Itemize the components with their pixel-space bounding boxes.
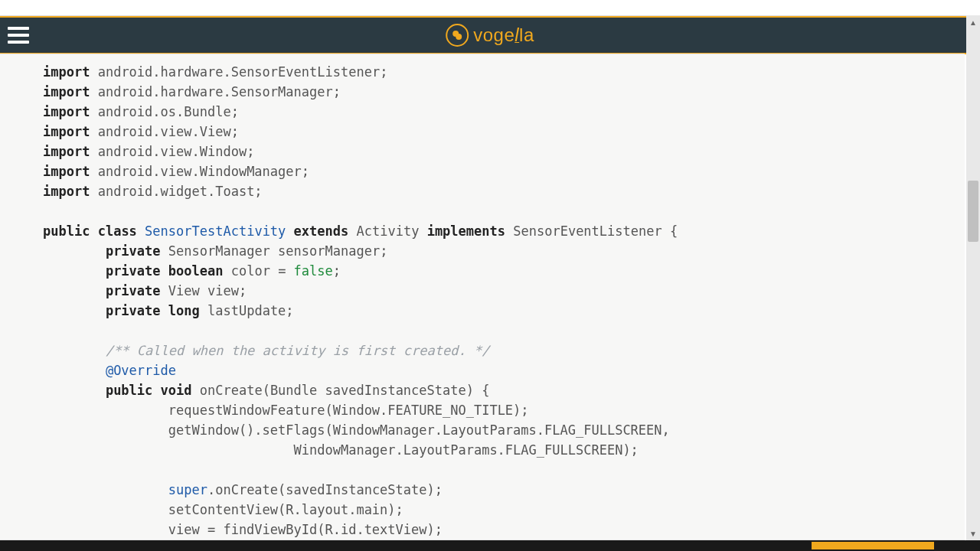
tutorial-content: import android.hardware.SensorEventListe… <box>0 54 965 540</box>
logo-text: vogella <box>473 24 534 46</box>
scroll-down-arrow-icon[interactable]: ▼ <box>966 527 980 540</box>
site-logo[interactable]: vogella <box>446 24 534 47</box>
logo-mark-icon <box>446 24 469 47</box>
code-listing: import android.hardware.SensorEventListe… <box>0 54 965 540</box>
scrollbar-vertical[interactable]: ▲ ▼ <box>966 15 980 540</box>
scroll-thumb[interactable] <box>968 181 978 242</box>
menu-hamburger-icon[interactable] <box>8 27 29 44</box>
viewport: vogella import android.hardware.SensorEv… <box>0 0 980 551</box>
footer-accent <box>812 542 934 549</box>
scroll-up-arrow-icon[interactable]: ▲ <box>966 15 980 29</box>
browser-chrome-top <box>0 0 980 16</box>
site-header: vogella <box>0 18 980 53</box>
footer-bar <box>0 540 980 551</box>
